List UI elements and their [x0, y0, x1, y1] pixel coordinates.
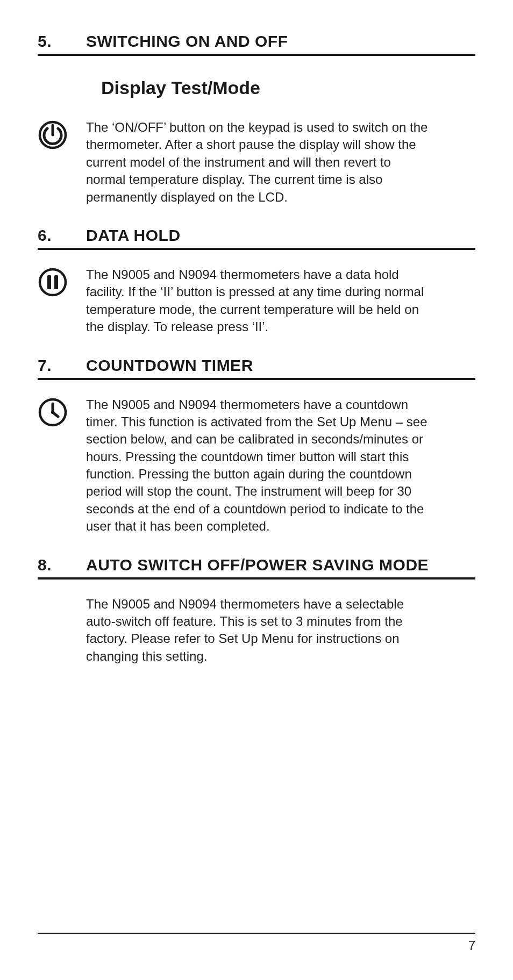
section-8-header: 8. AUTO SWITCH OFF/POWER SAVING MODE [38, 556, 475, 580]
section-6-body: The N9005 and N9094 thermometers have a … [86, 266, 430, 336]
section-8-body-block: The N9005 and N9094 thermometers have a … [38, 596, 475, 666]
section-5-number: 5. [38, 32, 86, 51]
footer-rule [38, 933, 475, 934]
clock-icon [38, 396, 86, 535]
section-6-number: 6. [38, 226, 86, 245]
pause-icon [38, 266, 86, 336]
section-8-body: The N9005 and N9094 thermometers have a … [86, 596, 430, 666]
svg-point-1 [40, 269, 66, 295]
page-number: 7 [468, 938, 475, 953]
section-8-number: 8. [38, 556, 86, 574]
section-7-body: The N9005 and N9094 thermometers have a … [86, 396, 430, 535]
section-5-title: SWITCHING ON AND OFF [86, 32, 288, 51]
section-5-header: 5. SWITCHING ON AND OFF [38, 32, 475, 56]
svg-point-5 [51, 411, 54, 414]
section-7-body-block: The N9005 and N9094 thermometers have a … [38, 396, 475, 535]
section-6-body-block: The N9005 and N9094 thermometers have a … [38, 266, 475, 336]
section-7-number: 7. [38, 356, 86, 375]
section-8-title: AUTO SWITCH OFF/POWER SAVING MODE [86, 556, 429, 574]
manual-page: 5. SWITCHING ON AND OFF Display Test/Mod… [0, 0, 513, 980]
section-5-subheading: Display Test/Mode [101, 77, 475, 98]
power-icon [38, 119, 86, 206]
section-7-title: COUNTDOWN TIMER [86, 356, 253, 375]
section-6-header: 6. DATA HOLD [38, 226, 475, 250]
section-6-title: DATA HOLD [86, 226, 181, 245]
section-5-body-block: The ‘ON/OFF’ button on the keypad is use… [38, 119, 475, 206]
svg-rect-3 [54, 275, 58, 289]
svg-rect-2 [47, 275, 51, 289]
section-7-header: 7. COUNTDOWN TIMER [38, 356, 475, 380]
section-5-body: The ‘ON/OFF’ button on the keypad is use… [86, 119, 430, 206]
